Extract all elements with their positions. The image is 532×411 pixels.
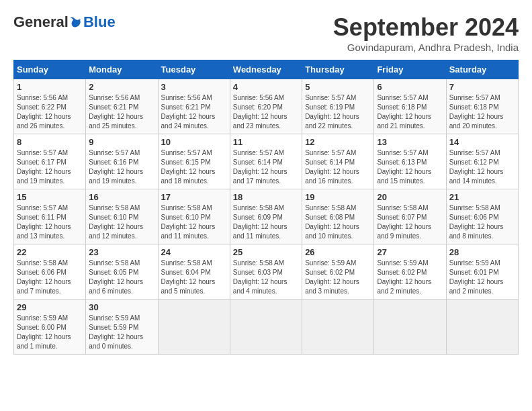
day-info: Sunrise: 5:58 AMSunset: 6:10 PMDaylight:… xyxy=(161,203,227,241)
day-info: Sunrise: 5:58 AMSunset: 6:04 PMDaylight:… xyxy=(161,259,227,296)
day-number: 30 xyxy=(89,302,154,312)
day-number: 1 xyxy=(17,82,83,92)
day-info: Sunrise: 5:57 AMSunset: 6:12 PMDaylight:… xyxy=(449,148,515,186)
day-info: Sunrise: 5:57 AMSunset: 6:14 PMDaylight:… xyxy=(233,148,299,186)
day-number: 19 xyxy=(305,192,371,202)
calendar-cell: 3 Sunrise: 5:56 AMSunset: 6:21 PMDayligh… xyxy=(158,79,230,134)
day-number: 7 xyxy=(449,82,515,92)
title-section: September 2024 Govindapuram, Andhra Prad… xyxy=(333,13,519,53)
month-title: September 2024 xyxy=(333,13,519,42)
day-number: 9 xyxy=(89,137,154,147)
day-number: 23 xyxy=(89,247,154,257)
calendar-table: SundayMondayTuesdayWednesdayThursdayFrid… xyxy=(13,60,519,355)
day-info: Sunrise: 5:56 AMSunset: 6:22 PMDaylight:… xyxy=(17,93,83,131)
day-number: 24 xyxy=(161,247,227,257)
calendar-cell: 8 Sunrise: 5:57 AMSunset: 6:17 PMDayligh… xyxy=(14,134,86,189)
calendar-cell: 14 Sunrise: 5:57 AMSunset: 6:12 PMDaylig… xyxy=(446,134,518,189)
calendar-cell: 24 Sunrise: 5:58 AMSunset: 6:04 PMDaylig… xyxy=(158,244,230,300)
calendar-cell: 23 Sunrise: 5:58 AMSunset: 6:05 PMDaylig… xyxy=(86,244,158,300)
day-info: Sunrise: 5:56 AMSunset: 6:21 PMDaylight:… xyxy=(161,93,227,131)
calendar-cell: 6 Sunrise: 5:57 AMSunset: 6:18 PMDayligh… xyxy=(374,79,446,134)
calendar-cell: 13 Sunrise: 5:57 AMSunset: 6:13 PMDaylig… xyxy=(374,134,446,189)
calendar-header-sunday: Sunday xyxy=(14,60,86,79)
calendar-cell: 15 Sunrise: 5:57 AMSunset: 6:11 PMDaylig… xyxy=(14,189,86,244)
day-number: 8 xyxy=(17,137,83,147)
calendar-week-row: 15 Sunrise: 5:57 AMSunset: 6:11 PMDaylig… xyxy=(14,189,519,244)
day-info: Sunrise: 5:59 AMSunset: 6:01 PMDaylight:… xyxy=(449,259,515,296)
calendar-cell: 17 Sunrise: 5:58 AMSunset: 6:10 PMDaylig… xyxy=(158,189,230,244)
calendar-cell: 19 Sunrise: 5:58 AMSunset: 6:08 PMDaylig… xyxy=(302,189,374,244)
calendar-cell xyxy=(158,300,230,355)
calendar-header-thursday: Thursday xyxy=(302,60,374,79)
calendar-cell: 21 Sunrise: 5:58 AMSunset: 6:06 PMDaylig… xyxy=(446,189,518,244)
day-info: Sunrise: 5:59 AMSunset: 6:02 PMDaylight:… xyxy=(377,259,443,296)
day-info: Sunrise: 5:58 AMSunset: 6:07 PMDaylight:… xyxy=(377,203,443,241)
calendar-cell: 27 Sunrise: 5:59 AMSunset: 6:02 PMDaylig… xyxy=(374,244,446,300)
day-info: Sunrise: 5:57 AMSunset: 6:16 PMDaylight:… xyxy=(89,148,154,186)
day-info: Sunrise: 5:57 AMSunset: 6:17 PMDaylight:… xyxy=(17,148,83,186)
calendar-cell: 5 Sunrise: 5:57 AMSunset: 6:19 PMDayligh… xyxy=(302,79,374,134)
calendar-cell: 12 Sunrise: 5:57 AMSunset: 6:14 PMDaylig… xyxy=(302,134,374,189)
day-info: Sunrise: 5:57 AMSunset: 6:13 PMDaylight:… xyxy=(377,148,443,186)
day-info: Sunrise: 5:58 AMSunset: 6:05 PMDaylight:… xyxy=(89,259,154,296)
day-info: Sunrise: 5:57 AMSunset: 6:19 PMDaylight:… xyxy=(305,93,371,131)
calendar-header-row: SundayMondayTuesdayWednesdayThursdayFrid… xyxy=(14,60,519,79)
calendar-cell: 16 Sunrise: 5:58 AMSunset: 6:10 PMDaylig… xyxy=(86,189,158,244)
day-number: 10 xyxy=(161,137,227,147)
day-info: Sunrise: 5:57 AMSunset: 6:15 PMDaylight:… xyxy=(161,148,227,186)
day-info: Sunrise: 5:56 AMSunset: 6:21 PMDaylight:… xyxy=(89,93,154,131)
calendar-cell: 25 Sunrise: 5:58 AMSunset: 6:03 PMDaylig… xyxy=(230,244,302,300)
day-number: 29 xyxy=(17,302,83,312)
location: Govindapuram, Andhra Pradesh, India xyxy=(333,42,519,53)
page-header: General Blue September 2024 Govindapuram… xyxy=(13,13,519,53)
calendar-cell: 9 Sunrise: 5:57 AMSunset: 6:16 PMDayligh… xyxy=(86,134,158,189)
calendar-week-row: 1 Sunrise: 5:56 AMSunset: 6:22 PMDayligh… xyxy=(14,79,519,134)
calendar-cell xyxy=(302,300,374,355)
calendar-header-friday: Friday xyxy=(374,60,446,79)
calendar-header-monday: Monday xyxy=(86,60,158,79)
logo-blue: Blue xyxy=(83,13,116,31)
calendar-header-wednesday: Wednesday xyxy=(230,60,302,79)
day-number: 15 xyxy=(17,192,83,202)
day-number: 18 xyxy=(233,192,299,202)
calendar-cell xyxy=(230,300,302,355)
calendar-cell: 29 Sunrise: 5:59 AMSunset: 6:00 PMDaylig… xyxy=(14,300,86,355)
calendar-cell: 4 Sunrise: 5:56 AMSunset: 6:20 PMDayligh… xyxy=(230,79,302,134)
calendar-week-row: 22 Sunrise: 5:58 AMSunset: 6:06 PMDaylig… xyxy=(14,244,519,300)
day-info: Sunrise: 5:59 AMSunset: 6:00 PMDaylight:… xyxy=(17,314,83,351)
day-number: 28 xyxy=(449,247,515,257)
day-number: 17 xyxy=(161,192,227,202)
calendar-week-row: 8 Sunrise: 5:57 AMSunset: 6:17 PMDayligh… xyxy=(14,134,519,189)
day-info: Sunrise: 5:57 AMSunset: 6:18 PMDaylight:… xyxy=(449,93,515,131)
day-info: Sunrise: 5:58 AMSunset: 6:06 PMDaylight:… xyxy=(17,259,83,296)
day-info: Sunrise: 5:58 AMSunset: 6:08 PMDaylight:… xyxy=(305,203,371,241)
day-info: Sunrise: 5:58 AMSunset: 6:06 PMDaylight:… xyxy=(449,203,515,241)
day-number: 4 xyxy=(233,82,299,92)
calendar-cell: 2 Sunrise: 5:56 AMSunset: 6:21 PMDayligh… xyxy=(86,79,158,134)
day-info: Sunrise: 5:58 AMSunset: 6:03 PMDaylight:… xyxy=(233,259,299,296)
day-info: Sunrise: 5:59 AMSunset: 5:59 PMDaylight:… xyxy=(89,314,154,351)
day-number: 12 xyxy=(305,137,371,147)
day-info: Sunrise: 5:58 AMSunset: 6:09 PMDaylight:… xyxy=(233,203,299,241)
day-info: Sunrise: 5:57 AMSunset: 6:18 PMDaylight:… xyxy=(377,93,443,131)
calendar-header-saturday: Saturday xyxy=(446,60,518,79)
day-info: Sunrise: 5:59 AMSunset: 6:02 PMDaylight:… xyxy=(305,259,371,296)
calendar-cell: 22 Sunrise: 5:58 AMSunset: 6:06 PMDaylig… xyxy=(14,244,86,300)
day-number: 3 xyxy=(161,82,227,92)
calendar-cell: 26 Sunrise: 5:59 AMSunset: 6:02 PMDaylig… xyxy=(302,244,374,300)
day-number: 27 xyxy=(377,247,443,257)
logo: General Blue xyxy=(13,13,116,31)
calendar-cell: 10 Sunrise: 5:57 AMSunset: 6:15 PMDaylig… xyxy=(158,134,230,189)
calendar-cell: 7 Sunrise: 5:57 AMSunset: 6:18 PMDayligh… xyxy=(446,79,518,134)
day-number: 21 xyxy=(449,192,515,202)
day-info: Sunrise: 5:56 AMSunset: 6:20 PMDaylight:… xyxy=(233,93,299,131)
day-number: 26 xyxy=(305,247,371,257)
calendar-cell: 20 Sunrise: 5:58 AMSunset: 6:07 PMDaylig… xyxy=(374,189,446,244)
calendar-header-tuesday: Tuesday xyxy=(158,60,230,79)
day-number: 5 xyxy=(305,82,371,92)
calendar-cell xyxy=(446,300,518,355)
calendar-cell xyxy=(374,300,446,355)
day-number: 14 xyxy=(449,137,515,147)
day-number: 16 xyxy=(89,192,154,202)
calendar-cell: 11 Sunrise: 5:57 AMSunset: 6:14 PMDaylig… xyxy=(230,134,302,189)
